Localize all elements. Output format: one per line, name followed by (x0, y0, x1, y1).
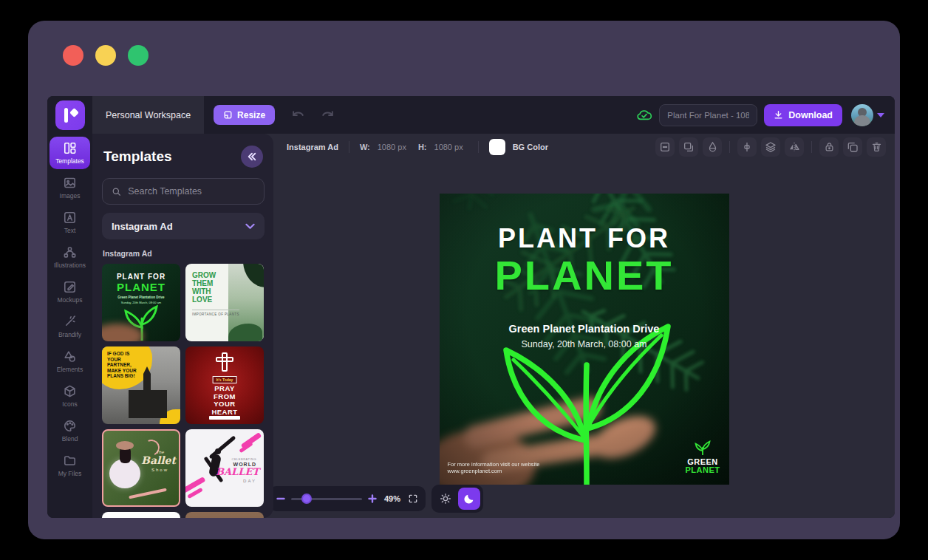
design-subtitle[interactable]: Green Planet Plantation Drive (440, 323, 729, 335)
resize-icon (223, 110, 233, 120)
template-card-the-ballet-show[interactable]: The Ballet Show (102, 429, 180, 507)
logo-leaves-icon (690, 439, 715, 455)
margins-icon (659, 141, 671, 153)
canvas-type-label: Instagram Ad (287, 143, 338, 151)
height-value[interactable]: 1080 px (434, 143, 463, 151)
icons-cube-icon (63, 384, 77, 398)
light-mode-button[interactable] (434, 488, 457, 510)
moon-icon (463, 493, 475, 505)
template-card-world-ballet-day[interactable]: CELEBRATING WORLD BALLET DAY (185, 429, 264, 507)
height-label: H: (418, 143, 427, 151)
sidebar-item-images[interactable]: Images (50, 171, 90, 204)
left-rail: Templates Images Text Illustrations Mock… (47, 134, 92, 518)
logo-icon (64, 108, 68, 123)
workspace-label: Personal Workspace (106, 110, 191, 120)
sidebar-item-text[interactable]: Text (50, 206, 90, 239)
template-card-partial[interactable] (185, 512, 264, 518)
cloud-synced-icon (636, 109, 652, 121)
design-footer[interactable]: For more information visit our website w… (448, 461, 540, 474)
bg-color-label: BG Color (513, 143, 548, 151)
zoom-out-button[interactable] (276, 494, 285, 503)
template-card-plant-for-planet[interactable]: PLANT FOR PLANET Green Planet Plantation… (102, 264, 180, 341)
blend-palette-icon (63, 419, 77, 433)
align-center-icon (741, 141, 753, 153)
zoom-slider[interactable] (291, 498, 362, 500)
design-datetime[interactable]: Sunday, 20th March, 08:00 am (440, 339, 729, 349)
redo-icon[interactable] (321, 109, 335, 121)
download-button[interactable]: Download (764, 104, 842, 126)
resize-button[interactable]: Resize (214, 105, 275, 125)
illustrations-icon (63, 245, 77, 259)
opacity-droplet-icon (707, 141, 718, 152)
overlap-button[interactable] (679, 137, 698, 157)
panel-title: Templates (103, 148, 172, 165)
canvas-toolbar: Instagram Ad W: 1080 px H: 1080 px BG Co… (273, 134, 895, 160)
flip-button[interactable] (785, 137, 804, 157)
fullscreen-button[interactable] (408, 494, 418, 504)
app-window: Personal Workspace Resize Download (28, 21, 900, 539)
search-templates-input[interactable] (128, 186, 255, 197)
fullscreen-icon (408, 494, 418, 504)
green-planet-logo[interactable]: GREEN PLANET (686, 439, 720, 474)
zoom-percentage: 49% (383, 494, 402, 503)
design-title-line1[interactable]: PLANT FOR (440, 223, 729, 254)
duplicate-icon (847, 141, 859, 153)
sidebar-item-mockups[interactable]: Mockups (50, 276, 90, 308)
bg-color-swatch[interactable] (489, 139, 505, 155)
template-grid: PLANT FOR PLANET Green Planet Plantation… (102, 264, 265, 518)
app-logo[interactable] (55, 100, 85, 130)
overlap-icon (683, 141, 695, 153)
layers-button[interactable] (761, 137, 780, 157)
zoom-in-button[interactable] (368, 494, 377, 503)
opacity-button[interactable] (703, 137, 722, 157)
template-card-church-plans[interactable]: IF GOD IS YOUR PARTNER, MAKE YOUR PLANS … (102, 346, 180, 424)
document-title-input[interactable] (659, 104, 757, 126)
template-card-partial[interactable] (102, 512, 180, 518)
sidebar-item-illustrations[interactable]: Illustrations (50, 241, 90, 273)
account-menu[interactable] (851, 104, 884, 126)
width-value[interactable]: 1080 px (378, 143, 406, 151)
lock-button[interactable] (819, 137, 839, 157)
design-title-line2[interactable]: PLANET (440, 251, 729, 299)
category-dropdown[interactable]: Instagram Ad (102, 213, 265, 239)
template-card-pray-from-heart[interactable]: It's Today PRAY FROM YOUR HEART (185, 346, 264, 424)
zoom-slider-knob[interactable] (301, 494, 312, 504)
templates-icon (63, 141, 77, 155)
cross-icon (222, 352, 228, 372)
history-controls (291, 109, 335, 121)
margins-button[interactable] (655, 137, 675, 157)
canvas-tools (655, 137, 886, 157)
workspace-tab[interactable]: Personal Workspace (92, 96, 204, 134)
maximize-window-button[interactable] (128, 45, 149, 66)
images-icon (63, 176, 77, 190)
sidebar-item-brandify[interactable]: Brandify (50, 310, 90, 343)
sidebar-item-my-files[interactable]: My Files (50, 449, 90, 482)
plus-icon (368, 494, 377, 503)
dark-mode-button[interactable] (458, 488, 480, 510)
search-icon (112, 186, 121, 197)
chevron-down-icon (245, 223, 255, 230)
logo-diamond-icon (69, 108, 79, 117)
app-body: Templates Images Text Illustrations Mock… (47, 134, 895, 518)
close-window-button[interactable] (63, 45, 83, 66)
minus-icon (276, 494, 285, 503)
duplicate-button[interactable] (843, 137, 862, 157)
elements-icon (63, 349, 77, 363)
sun-icon (440, 493, 451, 505)
trash-icon (871, 141, 882, 152)
zoom-controls: 49% (269, 486, 426, 511)
sidebar-item-icons[interactable]: Icons (50, 380, 90, 412)
sidebar-item-blend[interactable]: Blend (50, 414, 90, 447)
delete-button[interactable] (867, 137, 886, 157)
chevron-down-icon (877, 113, 884, 117)
design-canvas[interactable]: PLANT FOR PLANET Green Planet Plantation… (440, 194, 729, 485)
undo-icon[interactable] (291, 109, 305, 121)
align-button[interactable] (737, 137, 757, 157)
minimize-window-button[interactable] (95, 45, 116, 66)
stage: PLANT FOR PLANET Green Planet Plantation… (273, 160, 895, 518)
template-card-grow-them-with-love[interactable]: GROW THEM WITH LOVE IMPORTANCE OF PLANTS (185, 264, 264, 341)
sidebar-item-templates[interactable]: Templates (50, 137, 90, 169)
canvas-area: Instagram Ad W: 1080 px H: 1080 px BG Co… (263, 134, 895, 518)
collapse-panel-button[interactable] (241, 146, 263, 168)
sidebar-item-elements[interactable]: Elements (50, 345, 90, 378)
